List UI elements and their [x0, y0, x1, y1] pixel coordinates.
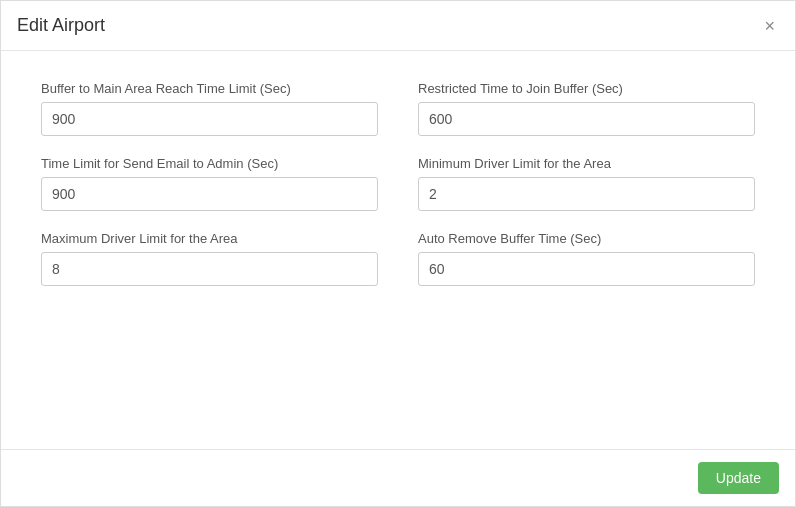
form-grid: Buffer to Main Area Reach Time Limit (Se…: [41, 81, 755, 286]
form-group-min-driver-limit: Minimum Driver Limit for the Area: [418, 156, 755, 211]
modal-body: Buffer to Main Area Reach Time Limit (Se…: [1, 51, 795, 449]
input-buffer-main-area[interactable]: [41, 102, 378, 136]
input-min-driver-limit[interactable]: [418, 177, 755, 211]
label-restricted-time: Restricted Time to Join Buffer (Sec): [418, 81, 755, 96]
form-group-restricted-time: Restricted Time to Join Buffer (Sec): [418, 81, 755, 136]
label-max-driver-limit: Maximum Driver Limit for the Area: [41, 231, 378, 246]
input-auto-remove-buffer[interactable]: [418, 252, 755, 286]
input-restricted-time[interactable]: [418, 102, 755, 136]
form-group-max-driver-limit: Maximum Driver Limit for the Area: [41, 231, 378, 286]
update-button[interactable]: Update: [698, 462, 779, 494]
label-buffer-main-area: Buffer to Main Area Reach Time Limit (Se…: [41, 81, 378, 96]
modal-header: Edit Airport ×: [1, 1, 795, 51]
label-min-driver-limit: Minimum Driver Limit for the Area: [418, 156, 755, 171]
modal-footer: Update: [1, 449, 795, 506]
form-group-buffer-main-area: Buffer to Main Area Reach Time Limit (Se…: [41, 81, 378, 136]
input-time-limit-email[interactable]: [41, 177, 378, 211]
input-max-driver-limit[interactable]: [41, 252, 378, 286]
form-group-time-limit-email: Time Limit for Send Email to Admin (Sec): [41, 156, 378, 211]
edit-airport-modal: Edit Airport × Buffer to Main Area Reach…: [0, 0, 796, 507]
label-auto-remove-buffer: Auto Remove Buffer Time (Sec): [418, 231, 755, 246]
close-button[interactable]: ×: [760, 17, 779, 35]
label-time-limit-email: Time Limit for Send Email to Admin (Sec): [41, 156, 378, 171]
modal-title: Edit Airport: [17, 15, 105, 36]
form-group-auto-remove-buffer: Auto Remove Buffer Time (Sec): [418, 231, 755, 286]
